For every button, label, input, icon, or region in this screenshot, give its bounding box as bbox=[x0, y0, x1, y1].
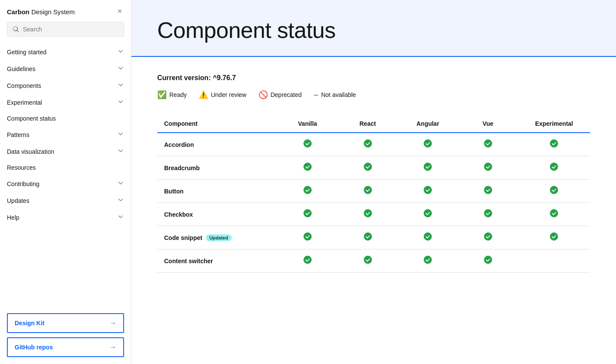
svg-point-26 bbox=[364, 256, 372, 264]
table-row: Checkbox bbox=[157, 203, 590, 226]
legend-under-review-label: Under review bbox=[211, 91, 246, 98]
sidebar-nav-item-data-visualization[interactable]: Data visualization bbox=[0, 143, 131, 160]
svg-point-2 bbox=[424, 140, 432, 147]
status-experimental bbox=[518, 203, 590, 226]
ready-status-icon bbox=[364, 187, 372, 196]
ready-status-icon bbox=[303, 187, 312, 196]
table-body: Accordion Breadcrumb bbox=[157, 133, 590, 273]
component-name-cell: Content switcher bbox=[157, 249, 277, 273]
nav-item-label: Component status bbox=[7, 115, 56, 122]
table-row: Breadcrumb bbox=[157, 156, 590, 180]
status-angular bbox=[398, 249, 458, 273]
svg-point-23 bbox=[484, 233, 492, 240]
status-vanilla bbox=[277, 203, 338, 226]
sidebar-nav-item-component-status[interactable]: Component status bbox=[0, 111, 131, 126]
search-icon bbox=[12, 26, 19, 33]
chevron-down-icon bbox=[117, 180, 124, 188]
nav-item-label: Help bbox=[7, 214, 19, 221]
svg-point-20 bbox=[304, 233, 311, 240]
ready-status-icon bbox=[423, 210, 432, 219]
sidebar-nav-item-contributing[interactable]: Contributing bbox=[0, 175, 131, 192]
component-name-cell: Checkbox bbox=[157, 203, 277, 226]
arrow-right-icon: → bbox=[109, 319, 116, 327]
chevron-down-icon bbox=[117, 48, 124, 56]
design-kit-button[interactable]: Design Kit→ bbox=[7, 313, 124, 333]
col-header-react: React bbox=[338, 115, 398, 133]
status-react bbox=[338, 249, 398, 273]
component-name: Checkbox bbox=[164, 211, 193, 218]
status-vue bbox=[458, 133, 518, 156]
search-box[interactable] bbox=[7, 22, 124, 37]
svg-point-8 bbox=[484, 163, 492, 171]
not-available-icon: – bbox=[314, 90, 318, 100]
status-vanilla bbox=[277, 133, 338, 156]
nav-item-label: Components bbox=[7, 82, 41, 89]
table-header-row: ComponentVanillaReactAngularVueExperimen… bbox=[157, 115, 590, 133]
sidebar-nav-item-experimental[interactable]: Experimental bbox=[0, 94, 131, 111]
chevron-down-icon bbox=[117, 147, 124, 156]
component-status-table: ComponentVanillaReactAngularVueExperimen… bbox=[157, 115, 590, 273]
svg-point-10 bbox=[304, 186, 311, 194]
ready-icon: ✅ bbox=[157, 91, 167, 99]
status-react bbox=[338, 133, 398, 156]
table-row: Accordion bbox=[157, 133, 590, 156]
sidebar-nav-item-getting-started[interactable]: Getting started bbox=[0, 44, 131, 60]
ready-status-icon bbox=[364, 233, 372, 243]
svg-point-7 bbox=[424, 163, 432, 171]
sidebar-logo: Carbon Design System bbox=[7, 8, 75, 16]
status-angular bbox=[398, 226, 458, 249]
ready-status-icon bbox=[423, 187, 432, 196]
status-experimental bbox=[518, 133, 590, 156]
search-input[interactable] bbox=[23, 26, 118, 33]
legend-deprecated-label: Deprecated bbox=[271, 91, 302, 98]
arrow-right-icon: → bbox=[109, 343, 116, 351]
status-vue bbox=[458, 156, 518, 180]
svg-point-16 bbox=[364, 209, 372, 217]
table-header: ComponentVanillaReactAngularVueExperimen… bbox=[157, 115, 590, 133]
ready-status-icon bbox=[484, 140, 492, 149]
ready-status-icon bbox=[550, 163, 558, 173]
ready-status-icon bbox=[484, 187, 492, 196]
logo-rest: Design System bbox=[30, 8, 75, 16]
status-angular bbox=[398, 180, 458, 203]
main-content: Component status Current version: ^9.76.… bbox=[131, 0, 616, 364]
ready-status-icon bbox=[550, 233, 558, 243]
ready-status-icon bbox=[550, 140, 558, 149]
legend-under-review: ⚠️ Under review bbox=[199, 91, 246, 99]
github-repos-button[interactable]: GitHub repos→ bbox=[7, 337, 124, 357]
status-react bbox=[338, 156, 398, 180]
github-repos-label: GitHub repos bbox=[15, 344, 53, 351]
updated-badge: Updated bbox=[206, 234, 232, 241]
sidebar-nav-item-resources[interactable]: Resources bbox=[0, 160, 131, 175]
ready-status-icon bbox=[303, 256, 312, 266]
close-sidebar-button[interactable] bbox=[115, 7, 124, 17]
status-vue bbox=[458, 203, 518, 226]
col-header-component: Component bbox=[157, 115, 277, 133]
sidebar-nav-item-updates[interactable]: Updates bbox=[0, 192, 131, 209]
sidebar: Carbon Design System Getting startedGuid… bbox=[0, 0, 131, 364]
svg-point-3 bbox=[484, 140, 492, 147]
ready-status-icon bbox=[423, 256, 432, 266]
ready-status-icon bbox=[484, 163, 492, 173]
ready-status-icon bbox=[364, 256, 372, 266]
col-header-experimental: Experimental bbox=[518, 115, 590, 133]
svg-point-19 bbox=[550, 209, 558, 217]
nav-item-label: Resources bbox=[7, 164, 36, 171]
ready-status-icon bbox=[364, 163, 372, 173]
svg-point-9 bbox=[550, 163, 558, 171]
chevron-down-icon bbox=[117, 65, 124, 73]
chevron-down-icon bbox=[117, 131, 124, 139]
svg-point-17 bbox=[424, 209, 432, 217]
ready-status-icon bbox=[303, 140, 312, 149]
under-review-icon: ⚠️ bbox=[199, 91, 208, 99]
close-icon bbox=[116, 8, 123, 15]
ready-status-icon bbox=[484, 256, 492, 266]
svg-point-0 bbox=[304, 140, 311, 147]
ready-status-icon bbox=[550, 187, 558, 196]
sidebar-nav-item-patterns[interactable]: Patterns bbox=[0, 126, 131, 143]
sidebar-nav-item-guidelines[interactable]: Guidelines bbox=[0, 60, 131, 77]
sidebar-nav-item-components[interactable]: Components bbox=[0, 77, 131, 94]
ready-status-icon bbox=[423, 163, 432, 173]
sidebar-nav-item-help[interactable]: Help bbox=[0, 209, 131, 226]
status-vue bbox=[458, 226, 518, 249]
